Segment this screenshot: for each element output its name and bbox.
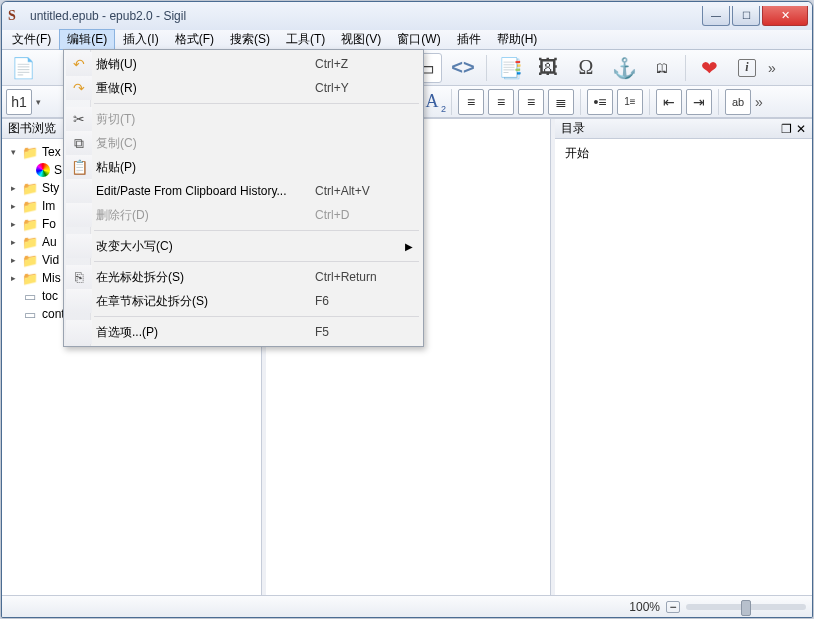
edit-menu-item-11[interactable]: ⎘在光标处拆分(S)Ctrl+Return — [66, 265, 421, 289]
image-icon[interactable]: 🖼 — [531, 53, 565, 83]
book-browser-title-text: 图书浏览 — [8, 120, 56, 137]
cut-icon: ✂ — [66, 107, 92, 131]
heading-chevron-icon[interactable]: ▾ — [36, 97, 41, 107]
angle-brackets-icon[interactable]: <> — [446, 53, 480, 83]
tree-label: Au — [42, 235, 57, 249]
tree-label: Mis — [42, 271, 61, 285]
menu-item-label: 在光标处拆分(S) — [96, 269, 315, 286]
zoom-slider[interactable] — [686, 604, 806, 610]
menu-item-label: 删除行(D) — [96, 207, 315, 224]
edit-menu-item-1[interactable]: ↷重做(R)Ctrl+Y — [66, 76, 421, 100]
menu-item-label: 粘贴(P) — [96, 159, 315, 176]
ab-icon[interactable]: ab — [725, 89, 751, 115]
file-icon: ▭ — [22, 288, 38, 304]
edit-menu-item-9[interactable]: 改变大小写(C)▶ — [66, 234, 421, 258]
titlebar-text: untitled.epub - epub2.0 - Sigil — [30, 9, 700, 23]
menu-item-accel: F5 — [315, 325, 421, 339]
toc-pane: 目录 ❐✕ 开始 — [555, 119, 812, 595]
align-justify-icon[interactable]: ≣ — [548, 89, 574, 115]
maximize-button[interactable]: ☐ — [732, 6, 760, 26]
menu-1[interactable]: 编辑(E) — [59, 29, 115, 50]
folder-icon: 📁 — [22, 252, 38, 268]
new-file-icon[interactable]: 📄 — [6, 53, 40, 83]
copy-icon: ⧉ — [66, 131, 92, 155]
tree-twisty-icon[interactable]: ▸ — [8, 237, 18, 247]
menu-item-accel: Ctrl+Alt+V — [315, 184, 421, 198]
id-icon[interactable]: 🕮 — [645, 53, 679, 83]
edit-menu-item-5[interactable]: 📋粘贴(P) — [66, 155, 421, 179]
undo-icon: ↶ — [66, 52, 92, 76]
menu-8[interactable]: 插件 — [449, 29, 489, 50]
zoom-label: 100% — [629, 600, 660, 614]
close-button[interactable]: ✕ — [762, 6, 808, 26]
file-icon: ▭ — [22, 306, 38, 322]
tree-label: Sty — [42, 181, 59, 195]
menu-item-label: 剪切(T) — [96, 111, 315, 128]
folder-icon: 📁 — [22, 234, 38, 250]
menu-5[interactable]: 工具(T) — [278, 29, 333, 50]
align-center-icon[interactable]: ≡ — [488, 89, 514, 115]
list-number-icon[interactable]: 1≡ — [617, 89, 643, 115]
indent-increase-icon[interactable]: ⇥ — [686, 89, 712, 115]
folder-icon: 📁 — [22, 216, 38, 232]
tree-twisty-icon[interactable]: ▸ — [8, 201, 18, 211]
tree-label: Fo — [42, 217, 56, 231]
menu-item-label: 撤销(U) — [96, 56, 315, 73]
titlebar[interactable]: S untitled.epub - epub2.0 - Sigil — ☐ ✕ — [2, 2, 812, 30]
menu-6[interactable]: 视图(V) — [333, 29, 389, 50]
edit-menu-item-3: ✂剪切(T) — [66, 107, 421, 131]
toc-undock-icon[interactable]: ❐ — [781, 122, 792, 136]
edit-menu-item-4: ⧉复制(C) — [66, 131, 421, 155]
menu-4[interactable]: 搜索(S) — [222, 29, 278, 50]
heart-icon[interactable]: ❤ — [692, 53, 726, 83]
color-wheel-icon — [36, 163, 50, 177]
menu-item-label: 首选项...(P) — [96, 324, 315, 341]
tree-twisty-icon[interactable]: ▸ — [8, 255, 18, 265]
menu-2[interactable]: 插入(I) — [115, 29, 166, 50]
tree-label: toc — [42, 289, 58, 303]
menu-item-label: Edit/Paste From Clipboard History... — [96, 184, 315, 198]
toolbar2-overflow-icon[interactable]: » — [755, 94, 767, 110]
menu-0[interactable]: 文件(F) — [4, 29, 59, 50]
menu-3[interactable]: 格式(F) — [167, 29, 222, 50]
menu-item-label: 重做(R) — [96, 80, 315, 97]
zoom-out-icon[interactable]: − — [666, 601, 680, 613]
tree-twisty-icon[interactable]: ▸ — [8, 273, 18, 283]
toc-item[interactable]: 开始 — [565, 145, 802, 162]
heading-selector[interactable]: h1 — [6, 89, 32, 115]
status-bar: 100% − — [2, 595, 812, 617]
tree-twisty-icon[interactable]: ▸ — [8, 183, 18, 193]
align-left-icon[interactable]: ≡ — [458, 89, 484, 115]
tree-twisty-icon[interactable]: ▾ — [8, 147, 18, 157]
toc-title-bar: 目录 ❐✕ — [555, 119, 812, 139]
edit-menu-item-12[interactable]: 在章节标记处拆分(S)F6 — [66, 289, 421, 313]
paste-icon: 📋 — [66, 155, 92, 179]
menu-7[interactable]: 窗口(W) — [389, 29, 448, 50]
minimize-button[interactable]: — — [702, 6, 730, 26]
list-bullet-icon[interactable]: •≡ — [587, 89, 613, 115]
tree-twisty-icon[interactable]: ▸ — [8, 219, 18, 229]
menu-9[interactable]: 帮助(H) — [489, 29, 546, 50]
folder-icon: 📁 — [22, 144, 38, 160]
edit-menu-item-6[interactable]: Edit/Paste From Clipboard History...Ctrl… — [66, 179, 421, 203]
toolbar1-overflow-icon[interactable]: » — [768, 60, 780, 76]
align-right-icon[interactable]: ≡ — [518, 89, 544, 115]
toc-close-icon[interactable]: ✕ — [796, 122, 806, 136]
folder-icon: 📁 — [22, 180, 38, 196]
submenu-arrow-icon: ▶ — [405, 241, 413, 252]
info-icon[interactable]: i — [730, 53, 764, 83]
book-icon[interactable]: 📑 — [493, 53, 527, 83]
omega-icon[interactable]: Ω — [569, 53, 603, 83]
edit-menu-item-0[interactable]: ↶撤销(U)Ctrl+Z — [66, 52, 421, 76]
split-icon: ⎘ — [66, 265, 92, 289]
menu-item-accel: Ctrl+Y — [315, 81, 421, 95]
toc-title-text: 目录 — [561, 120, 585, 137]
menu-item-label: 改变大小写(C) — [96, 238, 315, 255]
anchor-icon[interactable]: ⚓ — [607, 53, 641, 83]
toc-body[interactable]: 开始 — [555, 139, 812, 595]
blank-icon — [66, 320, 92, 344]
edit-menu-item-14[interactable]: 首选项...(P)F5 — [66, 320, 421, 344]
tree-label: Im — [42, 199, 55, 213]
menu-item-label: 复制(C) — [96, 135, 315, 152]
indent-decrease-icon[interactable]: ⇤ — [656, 89, 682, 115]
